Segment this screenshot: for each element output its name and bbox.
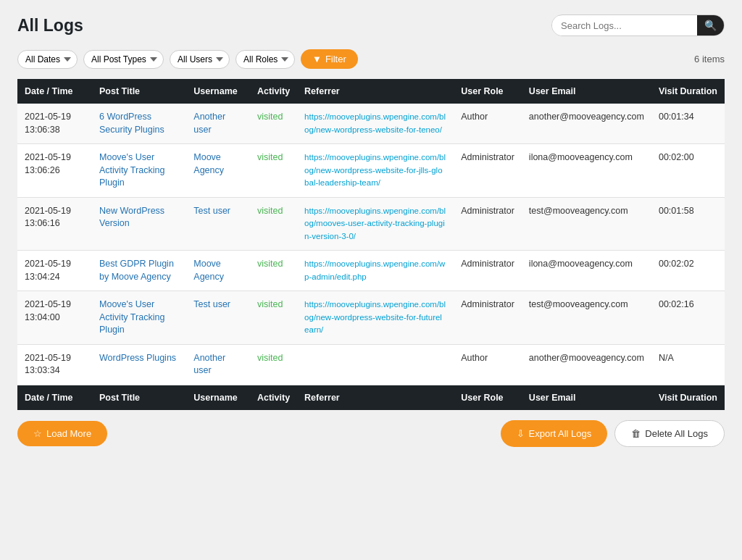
delete-label: Delete All Logs <box>645 428 708 439</box>
cell-visit-duration: 00:02:00 <box>651 144 725 198</box>
filter-icon: ▼ <box>312 54 322 64</box>
cell-username: Another user <box>186 104 250 144</box>
export-button[interactable]: ⇩ Export All Logs <box>501 420 608 447</box>
cell-date: 2021-05-19 13:04:00 <box>17 291 92 345</box>
col-footer-username: Username <box>186 385 250 410</box>
col-header-user-email: User Email <box>522 79 651 104</box>
cell-user-email: test@mooveagency.com <box>522 291 651 345</box>
col-header-visit-duration: Visit Duration <box>651 79 725 104</box>
activity-label: visited <box>257 112 283 122</box>
cell-activity: visited <box>250 251 297 291</box>
cell-visit-duration: 00:02:16 <box>651 291 725 345</box>
cell-referrer: https://mooveplugins.wpengine.com/blog/n… <box>297 291 454 345</box>
cell-user-role: Administrator <box>454 291 522 345</box>
cell-visit-duration: 00:01:34 <box>651 104 725 144</box>
col-header-referrer: Referrer <box>297 79 454 104</box>
dates-filter[interactable]: All Dates <box>17 50 78 69</box>
cell-post-title: New WordPress Version <box>92 197 186 251</box>
username-link[interactable]: Test user <box>193 299 230 309</box>
table-row: 2021-05-19 13:04:00Moove's User Activity… <box>17 291 725 345</box>
page-title: All Logs <box>17 16 83 35</box>
cell-username: Moove Agency <box>186 144 250 198</box>
cell-referrer: https://mooveplugins.wpengine.com/blog/n… <box>297 144 454 198</box>
load-more-button[interactable]: ☆ Load More <box>17 421 107 446</box>
cell-visit-duration: 00:02:02 <box>651 251 725 291</box>
table-row: 2021-05-19 13:04:24Best GDPR Plugin by M… <box>17 251 725 291</box>
cell-post-title: Moove's User Activity Tracking Plugin <box>92 144 186 198</box>
col-footer-referrer: Referrer <box>297 385 454 410</box>
col-footer-user-role: User Role <box>454 385 522 410</box>
table-row: 2021-05-19 13:06:16New WordPress Version… <box>17 197 725 251</box>
col-header-user-role: User Role <box>454 79 522 104</box>
referrer-link[interactable]: https://mooveplugins.wpengine.com/blog/n… <box>304 153 446 187</box>
cell-post-title: WordPress Plugins <box>92 344 186 385</box>
activity-label: visited <box>257 299 283 309</box>
items-count: 6 items <box>694 54 725 64</box>
logs-table: Date / Time Post Title Username Activity… <box>17 79 725 410</box>
col-header-username: Username <box>186 79 250 104</box>
post-title-link[interactable]: 6 WordPress Security Plugins <box>99 112 164 135</box>
cell-post-title: 6 WordPress Security Plugins <box>92 104 186 144</box>
cell-user-email: test@mooveagency.com <box>522 197 651 251</box>
cell-user-email: another@mooveagency.com <box>522 104 651 144</box>
activity-label: visited <box>257 152 283 162</box>
table-row: 2021-05-19 13:06:26Moove's User Activity… <box>17 144 725 198</box>
referrer-link[interactable]: https://mooveplugins.wpengine.com/blog/m… <box>304 206 446 241</box>
roles-filter[interactable]: All Roles <box>235 50 295 69</box>
post-title-link[interactable]: New WordPress Version <box>99 206 164 229</box>
post-title-link[interactable]: Best GDPR Plugin by Moove Agency <box>99 259 174 282</box>
col-header-activity: Activity <box>250 79 297 104</box>
cell-activity: visited <box>250 197 297 251</box>
cell-user-email: ilona@mooveagency.com <box>522 251 651 291</box>
referrer-link[interactable]: https://mooveplugins.wpengine.com/wp-adm… <box>304 259 445 281</box>
table-footer-header-row: Date / Time Post Title Username Activity… <box>17 385 725 410</box>
cell-user-email: another@mooveagency.com <box>522 344 651 385</box>
table-header-row: Date / Time Post Title Username Activity… <box>17 79 725 104</box>
post-title-link[interactable]: Moove's User Activity Tracking Plugin <box>99 299 164 335</box>
cell-date: 2021-05-19 13:04:24 <box>17 251 92 291</box>
load-more-icon: ☆ <box>33 428 42 439</box>
delete-button[interactable]: 🗑 Delete All Logs <box>614 420 725 447</box>
footer-row: ☆ Load More ⇩ Export All Logs 🗑 Delete A… <box>17 420 725 447</box>
username-link[interactable]: Another user <box>193 112 225 135</box>
cell-user-role: Administrator <box>454 197 522 251</box>
cell-referrer <box>297 344 454 385</box>
cell-post-title: Best GDPR Plugin by Moove Agency <box>92 251 186 291</box>
table-row: 2021-05-19 13:06:386 WordPress Security … <box>17 104 725 144</box>
post-types-filter[interactable]: All Post Types <box>83 50 164 69</box>
filter-button[interactable]: ▼ Filter <box>301 49 358 69</box>
table-row: 2021-05-19 13:03:34WordPress PluginsAnot… <box>17 344 725 385</box>
cell-post-title: Moove's User Activity Tracking Plugin <box>92 291 186 345</box>
search-input[interactable] <box>552 16 697 35</box>
col-footer-visit-duration: Visit Duration <box>651 385 725 410</box>
load-more-label: Load More <box>46 428 91 439</box>
cell-username: Test user <box>186 291 250 345</box>
referrer-link[interactable]: https://mooveplugins.wpengine.com/blog/n… <box>304 300 446 334</box>
username-link[interactable]: Test user <box>193 206 230 216</box>
cell-username: Test user <box>186 197 250 251</box>
cell-date: 2021-05-19 13:06:16 <box>17 197 92 251</box>
activity-label: visited <box>257 206 283 216</box>
col-footer-post-title: Post Title <box>92 385 186 410</box>
cell-activity: visited <box>250 291 297 345</box>
cell-user-role: Author <box>454 104 522 144</box>
filter-label: Filter <box>325 54 346 64</box>
username-link[interactable]: Moove Agency <box>193 259 224 282</box>
col-header-date: Date / Time <box>17 79 92 104</box>
search-button[interactable]: 🔍 <box>697 15 724 35</box>
export-icon: ⇩ <box>517 428 525 439</box>
users-filter[interactable]: All Users <box>170 50 230 69</box>
post-title-link[interactable]: WordPress Plugins <box>99 353 176 363</box>
username-link[interactable]: Moove Agency <box>193 152 224 175</box>
cell-activity: visited <box>250 344 297 385</box>
cell-referrer: https://mooveplugins.wpengine.com/wp-adm… <box>297 251 454 291</box>
referrer-link[interactable]: https://mooveplugins.wpengine.com/blog/n… <box>304 112 446 134</box>
post-title-link[interactable]: Moove's User Activity Tracking Plugin <box>99 152 164 188</box>
cell-visit-duration: 00:01:58 <box>651 197 725 251</box>
filters-row: All Dates All Post Types All Users All R… <box>17 49 725 69</box>
username-link[interactable]: Another user <box>193 353 225 376</box>
cell-date: 2021-05-19 13:06:26 <box>17 144 92 198</box>
col-footer-date: Date / Time <box>17 385 92 410</box>
cell-user-role: Administrator <box>454 251 522 291</box>
cell-activity: visited <box>250 104 297 144</box>
